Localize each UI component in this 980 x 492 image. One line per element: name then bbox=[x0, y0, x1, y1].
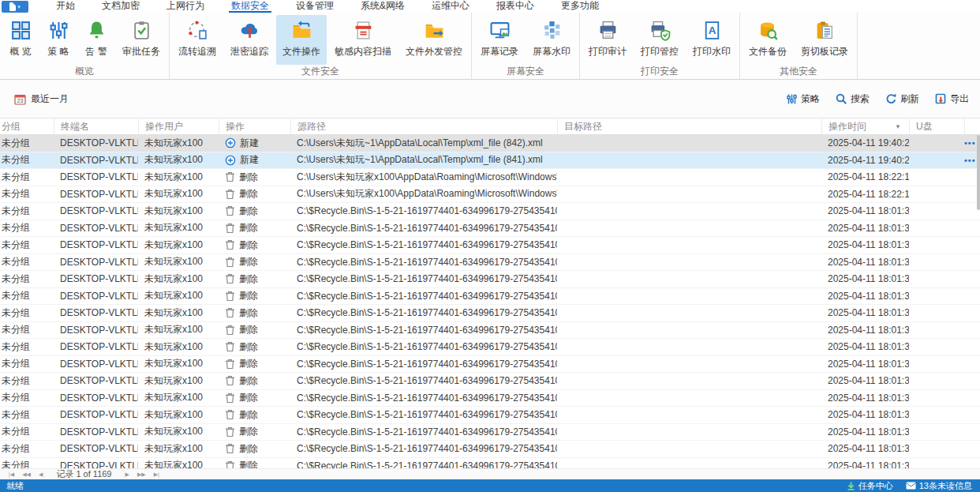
rewind-page-button[interactable]: ◀◀ bbox=[20, 471, 33, 478]
trash-icon bbox=[225, 443, 235, 454]
cell-u: 未知玩家x100 bbox=[138, 220, 219, 237]
task-center-button[interactable]: 任务中心 bbox=[847, 480, 893, 492]
operation-label: 删除 bbox=[239, 391, 258, 404]
table-row[interactable]: 未分组DESKTOP-VLKTLE1未知玩家x100新建C:\Users\未知玩… bbox=[0, 135, 980, 152]
cell-op: 删除 bbox=[219, 441, 290, 457]
table-row[interactable]: 未分组DESKTOP-VLKTLE1未知玩家x100新建C:\Users\未知玩… bbox=[0, 152, 980, 170]
table-row[interactable]: 未分组DESKTOP-VLKTLE1未知玩家x100删除C:\$Recycle.… bbox=[0, 339, 980, 356]
app-menu-button[interactable]: ▾ bbox=[2, 1, 28, 13]
ribbon-group-items: 流转追溯泄密追踪文件操作敏感内容扫描文件外发管控 bbox=[171, 13, 469, 65]
svg-text:23: 23 bbox=[17, 98, 24, 103]
ribbon-button-print-watermark[interactable]: A打印水印 bbox=[686, 15, 737, 65]
cell-dst bbox=[557, 135, 821, 152]
refresh-button[interactable]: 刷新 bbox=[885, 92, 919, 106]
cell-g: 未分组 bbox=[0, 135, 54, 152]
ribbon-button-label: 屏幕记录 bbox=[481, 45, 518, 58]
ribbon-button-screen-record[interactable]: 屏幕记录 bbox=[474, 15, 525, 65]
cell-src: C:\$Recycle.Bin\S-1-5-21-1619774401-6349… bbox=[290, 203, 557, 220]
prev-page-button[interactable]: ◀ bbox=[36, 471, 45, 478]
ribbon-button-overview[interactable]: 概 览 bbox=[2, 15, 39, 65]
column-header-actions[interactable] bbox=[964, 118, 980, 134]
ribbon-button-print-audit[interactable]: 打印审计 bbox=[582, 15, 633, 65]
table-row[interactable]: 未分组DESKTOP-VLKTLE1未知玩家x100删除C:\$Recycle.… bbox=[0, 203, 980, 220]
cell-u: 未知玩家x100 bbox=[138, 407, 219, 423]
cell-op: 删除 bbox=[219, 356, 290, 373]
ribbon-button-label: 打印水印 bbox=[693, 45, 731, 58]
ribbon-button-label: 打印管控 bbox=[641, 45, 679, 58]
menu-tab-2[interactable]: 文档加密 bbox=[88, 0, 153, 13]
ribbon-button-clipboard-record[interactable]: 剪切板记录 bbox=[795, 15, 855, 65]
scrollbar-thumb[interactable] bbox=[977, 135, 980, 210]
ribbon-button-sensitive-scan[interactable]: 敏感内容扫描 bbox=[328, 15, 398, 65]
forward-page-button[interactable]: ▶▶ bbox=[135, 471, 148, 478]
cell-time: 2025-04-11 18:01:38 bbox=[821, 203, 909, 220]
menu-tab-3[interactable]: 上网行为 bbox=[153, 0, 218, 13]
ribbon-button-alert-bell[interactable]: 告 警 bbox=[78, 15, 114, 65]
ribbon-button-approval-tasks[interactable]: 审批任务 bbox=[116, 15, 166, 65]
plus-icon bbox=[225, 137, 236, 148]
cell-t: DESKTOP-VLKTLE1 bbox=[54, 373, 138, 389]
table-row[interactable]: 未分组DESKTOP-VLKTLE1未知玩家x100删除C:\$Recycle.… bbox=[0, 407, 980, 424]
column-header-label: 操作 bbox=[226, 120, 245, 133]
first-page-button[interactable]: |◀ bbox=[6, 471, 17, 478]
menu-tab-4[interactable]: 数据安全 bbox=[218, 0, 282, 13]
ribbon-button-screen-watermark[interactable]: 屏幕水印 bbox=[526, 15, 577, 65]
row-menu-button[interactable]: ••• bbox=[964, 156, 976, 165]
table-row[interactable]: 未分组DESKTOP-VLKTLE1未知玩家x100删除C:\Users\未知玩… bbox=[0, 169, 980, 186]
column-header-分组[interactable]: 分组 bbox=[0, 118, 54, 134]
table-row[interactable]: 未分组DESKTOP-VLKTLE1未知玩家x100删除C:\$Recycle.… bbox=[0, 254, 980, 272]
vertical-scrollbar[interactable] bbox=[976, 135, 980, 468]
table-row[interactable]: 未分组DESKTOP-VLKTLE1未知玩家x100删除C:\$Recycle.… bbox=[0, 441, 980, 458]
table-row[interactable]: 未分组DESKTOP-VLKTLE1未知玩家x100删除C:\$Recycle.… bbox=[0, 458, 980, 469]
unread-messages-button[interactable]: 13条未读信息 bbox=[906, 480, 972, 492]
table-row[interactable]: 未分组DESKTOP-VLKTLE1未知玩家x100删除C:\$Recycle.… bbox=[0, 305, 980, 322]
table-row[interactable]: 未分组DESKTOP-VLKTLE1未知玩家x100删除C:\$Recycle.… bbox=[0, 288, 980, 306]
search-icon bbox=[836, 93, 847, 105]
ribbon-button-file-backup[interactable]: 文件备份 bbox=[742, 15, 793, 65]
ribbon-button-flow-trace[interactable]: 流转追溯 bbox=[172, 15, 223, 65]
menu-tab-6[interactable]: 系统&网络 bbox=[347, 0, 418, 13]
row-menu-button[interactable]: ••• bbox=[964, 138, 976, 148]
column-header-操作时间[interactable]: 操作时间▼ bbox=[821, 118, 909, 134]
table-row[interactable]: 未分组DESKTOP-VLKTLE1未知玩家x100删除C:\$Recycle.… bbox=[0, 322, 980, 340]
column-header-操作用户[interactable]: 操作用户 bbox=[138, 118, 219, 134]
ribbon-button-print-control[interactable]: 打印管控 bbox=[634, 15, 685, 65]
table-row[interactable]: 未分组DESKTOP-VLKTLE1未知玩家x100删除C:\Users\未知玩… bbox=[0, 186, 980, 204]
table-row[interactable]: 未分组DESKTOP-VLKTLE1未知玩家x100删除C:\$Recycle.… bbox=[0, 220, 980, 238]
column-header-源路径[interactable]: 源路径 bbox=[290, 118, 557, 134]
search-button[interactable]: 搜索 bbox=[836, 92, 870, 106]
operation-label: 删除 bbox=[239, 459, 258, 468]
date-range-filter[interactable]: 23 最近一月 bbox=[14, 92, 69, 106]
menu-tab-8[interactable]: 报表中心 bbox=[483, 0, 548, 13]
table-row[interactable]: 未分组DESKTOP-VLKTLE1未知玩家x100删除C:\$Recycle.… bbox=[0, 356, 980, 374]
ribbon-button-file-outgoing[interactable]: 文件外发管控 bbox=[399, 15, 469, 65]
column-header-U盘[interactable]: U盘 bbox=[909, 118, 964, 134]
table-row[interactable]: 未分组DESKTOP-VLKTLE1未知玩家x100删除C:\$Recycle.… bbox=[0, 424, 980, 441]
cell-src: C:\$Recycle.Bin\S-1-5-21-1619774401-6349… bbox=[290, 458, 557, 469]
cell-u: 未知玩家x100 bbox=[138, 322, 219, 339]
export-button[interactable]: 导出 bbox=[935, 92, 969, 106]
ribbon-button-file-operations[interactable]: 文件操作 bbox=[276, 15, 327, 65]
column-header-终端名[interactable]: 终端名 bbox=[54, 118, 138, 134]
table-row[interactable]: 未分组DESKTOP-VLKTLE1未知玩家x100删除C:\$Recycle.… bbox=[0, 373, 980, 390]
policy-small-button[interactable]: 策略 bbox=[786, 92, 820, 106]
ribbon-button-policy[interactable]: 策 略 bbox=[40, 15, 77, 65]
table-row[interactable]: 未分组DESKTOP-VLKTLE1未知玩家x100删除C:\$Recycle.… bbox=[0, 390, 980, 407]
screen-record-icon bbox=[489, 20, 511, 41]
table-row[interactable]: 未分组DESKTOP-VLKTLE1未知玩家x100删除C:\$Recycle.… bbox=[0, 237, 980, 254]
next-page-button[interactable]: ▶ bbox=[123, 471, 132, 478]
last-page-button[interactable]: ▶| bbox=[151, 471, 162, 478]
menu-tab-5[interactable]: 设备管理 bbox=[282, 0, 347, 13]
ribbon-button-label: 屏幕水印 bbox=[533, 45, 570, 58]
cell-time: 2025-04-11 19:40:27 bbox=[821, 135, 909, 152]
filter-dropdown-icon[interactable]: ▼ bbox=[895, 123, 901, 130]
menu-tab-9[interactable]: 更多功能 bbox=[548, 0, 612, 13]
cell-g: 未分组 bbox=[0, 373, 54, 389]
ribbon-button-leak-trace[interactable]: 泄密追踪 bbox=[224, 15, 275, 65]
table-row[interactable]: 未分组DESKTOP-VLKTLE1未知玩家x100删除C:\$Recycle.… bbox=[0, 271, 980, 288]
menu-tab-7[interactable]: 运维中心 bbox=[418, 0, 483, 13]
cell-t: DESKTOP-VLKTLE1 bbox=[54, 356, 138, 373]
column-header-操作[interactable]: 操作 bbox=[219, 118, 290, 134]
menu-tab-1[interactable]: 开始 bbox=[43, 0, 88, 13]
column-header-目标路径[interactable]: 目标路径 bbox=[557, 118, 821, 134]
